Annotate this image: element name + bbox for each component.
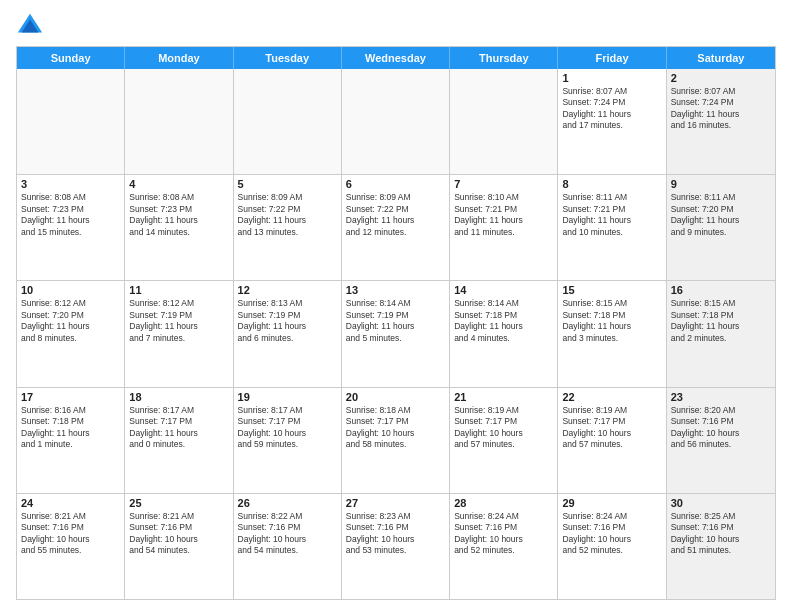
day-number: 7 — [454, 178, 553, 190]
day-number: 3 — [21, 178, 120, 190]
cal-cell-14: 14Sunrise: 8:14 AM Sunset: 7:18 PM Dayli… — [450, 281, 558, 386]
cal-cell-22: 22Sunrise: 8:19 AM Sunset: 7:17 PM Dayli… — [558, 388, 666, 493]
cal-cell-empty-0 — [17, 69, 125, 174]
day-number: 13 — [346, 284, 445, 296]
cal-cell-empty-3 — [342, 69, 450, 174]
day-info: Sunrise: 8:21 AM Sunset: 7:16 PM Dayligh… — [129, 511, 228, 557]
day-number: 25 — [129, 497, 228, 509]
day-info: Sunrise: 8:09 AM Sunset: 7:22 PM Dayligh… — [238, 192, 337, 238]
cal-cell-27: 27Sunrise: 8:23 AM Sunset: 7:16 PM Dayli… — [342, 494, 450, 599]
day-number: 4 — [129, 178, 228, 190]
day-info: Sunrise: 8:24 AM Sunset: 7:16 PM Dayligh… — [454, 511, 553, 557]
weekday-header-saturday: Saturday — [667, 47, 775, 69]
header — [16, 12, 776, 40]
cal-cell-10: 10Sunrise: 8:12 AM Sunset: 7:20 PM Dayli… — [17, 281, 125, 386]
cal-cell-empty-4 — [450, 69, 558, 174]
calendar-body: 1Sunrise: 8:07 AM Sunset: 7:24 PM Daylig… — [17, 69, 775, 599]
day-number: 10 — [21, 284, 120, 296]
calendar-row-1: 3Sunrise: 8:08 AM Sunset: 7:23 PM Daylig… — [17, 175, 775, 281]
cal-cell-7: 7Sunrise: 8:10 AM Sunset: 7:21 PM Daylig… — [450, 175, 558, 280]
day-number: 28 — [454, 497, 553, 509]
day-info: Sunrise: 8:16 AM Sunset: 7:18 PM Dayligh… — [21, 405, 120, 451]
day-number: 19 — [238, 391, 337, 403]
day-info: Sunrise: 8:18 AM Sunset: 7:17 PM Dayligh… — [346, 405, 445, 451]
day-number: 15 — [562, 284, 661, 296]
day-info: Sunrise: 8:15 AM Sunset: 7:18 PM Dayligh… — [671, 298, 771, 344]
day-number: 11 — [129, 284, 228, 296]
day-number: 9 — [671, 178, 771, 190]
cal-cell-empty-2 — [234, 69, 342, 174]
calendar-row-2: 10Sunrise: 8:12 AM Sunset: 7:20 PM Dayli… — [17, 281, 775, 387]
day-number: 23 — [671, 391, 771, 403]
cal-cell-3: 3Sunrise: 8:08 AM Sunset: 7:23 PM Daylig… — [17, 175, 125, 280]
day-info: Sunrise: 8:14 AM Sunset: 7:19 PM Dayligh… — [346, 298, 445, 344]
day-number: 5 — [238, 178, 337, 190]
day-info: Sunrise: 8:12 AM Sunset: 7:20 PM Dayligh… — [21, 298, 120, 344]
cal-cell-empty-1 — [125, 69, 233, 174]
day-info: Sunrise: 8:15 AM Sunset: 7:18 PM Dayligh… — [562, 298, 661, 344]
cal-cell-21: 21Sunrise: 8:19 AM Sunset: 7:17 PM Dayli… — [450, 388, 558, 493]
page: SundayMondayTuesdayWednesdayThursdayFrid… — [0, 0, 792, 612]
day-number: 20 — [346, 391, 445, 403]
cal-cell-30: 30Sunrise: 8:25 AM Sunset: 7:16 PM Dayli… — [667, 494, 775, 599]
day-number: 29 — [562, 497, 661, 509]
day-number: 17 — [21, 391, 120, 403]
day-info: Sunrise: 8:08 AM Sunset: 7:23 PM Dayligh… — [21, 192, 120, 238]
cal-cell-29: 29Sunrise: 8:24 AM Sunset: 7:16 PM Dayli… — [558, 494, 666, 599]
cal-cell-15: 15Sunrise: 8:15 AM Sunset: 7:18 PM Dayli… — [558, 281, 666, 386]
cal-cell-16: 16Sunrise: 8:15 AM Sunset: 7:18 PM Dayli… — [667, 281, 775, 386]
cal-cell-20: 20Sunrise: 8:18 AM Sunset: 7:17 PM Dayli… — [342, 388, 450, 493]
calendar-row-4: 24Sunrise: 8:21 AM Sunset: 7:16 PM Dayli… — [17, 494, 775, 599]
day-info: Sunrise: 8:19 AM Sunset: 7:17 PM Dayligh… — [454, 405, 553, 451]
day-info: Sunrise: 8:22 AM Sunset: 7:16 PM Dayligh… — [238, 511, 337, 557]
weekday-header-tuesday: Tuesday — [234, 47, 342, 69]
day-info: Sunrise: 8:19 AM Sunset: 7:17 PM Dayligh… — [562, 405, 661, 451]
cal-cell-11: 11Sunrise: 8:12 AM Sunset: 7:19 PM Dayli… — [125, 281, 233, 386]
day-number: 18 — [129, 391, 228, 403]
weekday-header-monday: Monday — [125, 47, 233, 69]
cal-cell-25: 25Sunrise: 8:21 AM Sunset: 7:16 PM Dayli… — [125, 494, 233, 599]
day-info: Sunrise: 8:24 AM Sunset: 7:16 PM Dayligh… — [562, 511, 661, 557]
day-number: 1 — [562, 72, 661, 84]
cal-cell-9: 9Sunrise: 8:11 AM Sunset: 7:20 PM Daylig… — [667, 175, 775, 280]
day-info: Sunrise: 8:25 AM Sunset: 7:16 PM Dayligh… — [671, 511, 771, 557]
cal-cell-17: 17Sunrise: 8:16 AM Sunset: 7:18 PM Dayli… — [17, 388, 125, 493]
weekday-header-friday: Friday — [558, 47, 666, 69]
calendar: SundayMondayTuesdayWednesdayThursdayFrid… — [16, 46, 776, 600]
day-number: 22 — [562, 391, 661, 403]
day-info: Sunrise: 8:09 AM Sunset: 7:22 PM Dayligh… — [346, 192, 445, 238]
day-number: 26 — [238, 497, 337, 509]
day-info: Sunrise: 8:11 AM Sunset: 7:21 PM Dayligh… — [562, 192, 661, 238]
day-info: Sunrise: 8:14 AM Sunset: 7:18 PM Dayligh… — [454, 298, 553, 344]
cal-cell-13: 13Sunrise: 8:14 AM Sunset: 7:19 PM Dayli… — [342, 281, 450, 386]
cal-cell-18: 18Sunrise: 8:17 AM Sunset: 7:17 PM Dayli… — [125, 388, 233, 493]
day-info: Sunrise: 8:07 AM Sunset: 7:24 PM Dayligh… — [671, 86, 771, 132]
day-info: Sunrise: 8:08 AM Sunset: 7:23 PM Dayligh… — [129, 192, 228, 238]
calendar-row-3: 17Sunrise: 8:16 AM Sunset: 7:18 PM Dayli… — [17, 388, 775, 494]
day-number: 24 — [21, 497, 120, 509]
weekday-header-sunday: Sunday — [17, 47, 125, 69]
logo — [16, 12, 48, 40]
cal-cell-4: 4Sunrise: 8:08 AM Sunset: 7:23 PM Daylig… — [125, 175, 233, 280]
cal-cell-23: 23Sunrise: 8:20 AM Sunset: 7:16 PM Dayli… — [667, 388, 775, 493]
calendar-header: SundayMondayTuesdayWednesdayThursdayFrid… — [17, 47, 775, 69]
cal-cell-12: 12Sunrise: 8:13 AM Sunset: 7:19 PM Dayli… — [234, 281, 342, 386]
day-number: 27 — [346, 497, 445, 509]
day-info: Sunrise: 8:13 AM Sunset: 7:19 PM Dayligh… — [238, 298, 337, 344]
day-info: Sunrise: 8:20 AM Sunset: 7:16 PM Dayligh… — [671, 405, 771, 451]
weekday-header-thursday: Thursday — [450, 47, 558, 69]
weekday-header-wednesday: Wednesday — [342, 47, 450, 69]
day-info: Sunrise: 8:11 AM Sunset: 7:20 PM Dayligh… — [671, 192, 771, 238]
day-number: 30 — [671, 497, 771, 509]
day-number: 12 — [238, 284, 337, 296]
day-number: 6 — [346, 178, 445, 190]
calendar-row-0: 1Sunrise: 8:07 AM Sunset: 7:24 PM Daylig… — [17, 69, 775, 175]
cal-cell-24: 24Sunrise: 8:21 AM Sunset: 7:16 PM Dayli… — [17, 494, 125, 599]
day-number: 21 — [454, 391, 553, 403]
day-number: 14 — [454, 284, 553, 296]
logo-icon — [16, 12, 44, 40]
cal-cell-1: 1Sunrise: 8:07 AM Sunset: 7:24 PM Daylig… — [558, 69, 666, 174]
cal-cell-6: 6Sunrise: 8:09 AM Sunset: 7:22 PM Daylig… — [342, 175, 450, 280]
cal-cell-28: 28Sunrise: 8:24 AM Sunset: 7:16 PM Dayli… — [450, 494, 558, 599]
day-info: Sunrise: 8:10 AM Sunset: 7:21 PM Dayligh… — [454, 192, 553, 238]
